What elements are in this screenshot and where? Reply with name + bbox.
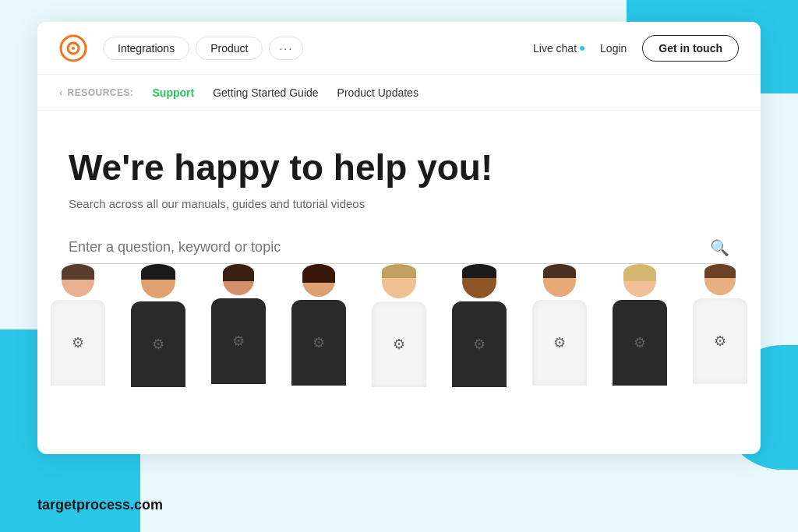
nav-buttons: Integrations Product ··· xyxy=(103,37,533,60)
hero-title: We're happy to help you! xyxy=(69,148,729,188)
sub-navbar: ‹ RESOURCES: Support Getting Started Gui… xyxy=(37,75,761,111)
team-member-1: ⚙ xyxy=(37,264,118,420)
resources-label: ‹ RESOURCES: xyxy=(59,87,134,98)
sub-nav-product-updates[interactable]: Product Updates xyxy=(337,86,418,99)
get-in-touch-button[interactable]: Get in touch xyxy=(642,35,739,62)
integrations-button[interactable]: Integrations xyxy=(103,37,189,60)
main-card: Integrations Product ··· Live chat Login… xyxy=(37,22,761,454)
more-button[interactable]: ··· xyxy=(269,37,303,60)
team-member-4: ⚙ xyxy=(278,264,358,420)
team-member-8: ⚙ xyxy=(600,264,680,420)
hero-section: We're happy to help you! Search across a… xyxy=(37,111,761,264)
live-chat-link[interactable]: Live chat xyxy=(533,42,584,55)
nav-right: Live chat Login Get in touch xyxy=(533,35,739,62)
hero-subtitle: Search across all our manuals, guides an… xyxy=(69,197,729,210)
search-bar: 🔍 xyxy=(69,232,729,264)
search-input[interactable] xyxy=(69,239,710,255)
team-photo: ⚙ ⚙ xyxy=(37,264,761,420)
team-member-5: ⚙ xyxy=(358,264,439,420)
sub-nav-support[interactable]: Support xyxy=(153,86,195,99)
login-link[interactable]: Login xyxy=(600,42,627,55)
team-member-2: ⚙ xyxy=(118,264,198,420)
navbar: Integrations Product ··· Live chat Login… xyxy=(37,22,761,75)
team-members-group: ⚙ ⚙ xyxy=(37,264,761,420)
search-icon[interactable]: 🔍 xyxy=(710,238,729,257)
team-member-7: ⚙ xyxy=(520,264,600,420)
logo[interactable] xyxy=(59,34,87,62)
team-member-6: ⚙ xyxy=(440,264,520,420)
domain-text: targetprocess.com xyxy=(37,497,163,513)
team-member-3: ⚙ xyxy=(198,264,278,420)
back-arrow: ‹ xyxy=(59,87,63,98)
team-member-9: ⚙ xyxy=(680,264,761,420)
product-button[interactable]: Product xyxy=(196,37,263,60)
live-indicator-dot xyxy=(580,46,584,51)
sub-nav-getting-started[interactable]: Getting Started Guide xyxy=(213,86,318,99)
svg-point-2 xyxy=(72,47,75,50)
live-chat-label: Live chat xyxy=(533,42,577,55)
